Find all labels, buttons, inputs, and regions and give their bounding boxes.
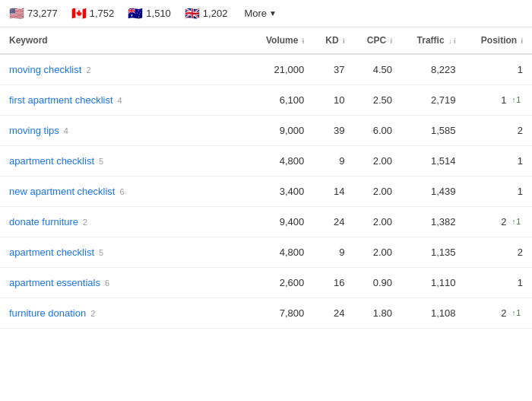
us-count: 73,277 [27,8,58,19]
traffic-cell: 1,108 [401,298,464,329]
cpc-cell: 4.50 [353,54,401,85]
cpc-sort-icon: i [391,37,393,45]
kd-cell: 39 [313,116,353,146]
cpc-cell: 1.80 [353,298,401,329]
keyword-number: 6 [119,187,124,196]
position-value: 1 [518,186,523,197]
table-row: moving checklist221,000374.508,2231 [0,54,532,85]
position-column-header[interactable]: Position i [464,27,532,54]
keyword-link[interactable]: first apartment checklist [9,94,113,106]
kd-cell: 9 [313,146,353,177]
flag-item-gb: 🇬🇧 1,202 [185,6,228,21]
kd-cell: 14 [313,177,353,207]
keyword-link[interactable]: apartment essentials [9,277,100,288]
au-count: 1,510 [146,8,171,19]
keyword-number: 2 [86,65,90,75]
traffic-column-header[interactable]: Traffic ↓ i [401,27,464,54]
volume-cell: 9,400 [251,207,314,237]
cpc-cell: 2.00 [353,177,401,207]
keyword-link[interactable]: moving checklist [9,64,81,75]
flag-item-us: 🇺🇸 73,277 [9,6,58,21]
kd-cell: 16 [313,268,353,298]
table-row: donate furniture29,400242.001,38221 [0,207,532,237]
volume-cell: 4,800 [251,146,314,177]
kd-sort-icon: i [343,37,345,45]
keyword-column-header: Keyword [0,27,251,54]
keywords-table: Keyword Volume i KD i CPC i Traffic ↓ i … [0,27,532,329]
au-flag-icon: 🇦🇺 [128,6,143,21]
keyword-cell: moving checklist2 [0,54,251,85]
table-row: apartment checklist54,80092.001,1352 [0,237,532,268]
position-change-up: 1 [509,95,523,105]
keyword-number: 5 [99,248,103,257]
cpc-cell: 0.90 [353,268,401,298]
keyword-cell: new apartment checklist6 [0,177,251,207]
chevron-down-icon: ▼ [269,9,277,18]
keyword-link[interactable]: apartment checklist [9,155,94,167]
keyword-cell: furniture donation2 [0,298,251,329]
keyword-cell: moving tips4 [0,116,251,146]
more-button[interactable]: More ▼ [244,8,277,19]
kd-cell: 37 [313,54,353,85]
volume-cell: 6,100 [251,85,314,116]
kd-column-header[interactable]: KD i [313,27,353,54]
keyword-number: 2 [83,218,87,227]
position-value: 1 [518,277,523,288]
top-bar: 🇺🇸 73,277 🇨🇦 1,752 🇦🇺 1,510 🇬🇧 1,202 Mor… [0,0,532,27]
volume-sort-icon: i [302,37,305,45]
volume-cell: 7,800 [251,298,314,329]
volume-column-header[interactable]: Volume i [251,27,314,54]
us-flag-icon: 🇺🇸 [9,6,24,21]
cpc-cell: 2.00 [353,207,401,237]
keyword-number: 4 [64,126,68,135]
keyword-link[interactable]: donate furniture [9,216,78,228]
kd-cell: 10 [313,85,353,116]
keyword-link[interactable]: furniture donation [9,307,86,319]
cpc-cell: 6.00 [353,116,401,146]
table-row: moving tips49,000396.001,5852 [0,116,532,146]
table-row: first apartment checklist46,100102.502,7… [0,85,532,116]
position-cell: 21 [464,298,532,329]
cpc-column-header[interactable]: CPC i [353,27,401,54]
volume-cell: 21,000 [251,54,314,85]
position-sort-icon: i [521,37,523,45]
keyword-link[interactable]: moving tips [9,125,59,136]
flag-item-au: 🇦🇺 1,510 [128,6,171,21]
traffic-cell: 2,719 [401,85,464,116]
keyword-number: 5 [99,157,103,166]
position-change-up: 1 [509,217,523,227]
volume-cell: 3,400 [251,177,314,207]
position-cell: 11 [464,85,532,116]
keyword-link[interactable]: apartment checklist [9,247,94,258]
cpc-cell: 2.00 [353,146,401,177]
keyword-number: 4 [118,96,122,105]
position-cell: 1 [464,268,532,298]
cpc-cell: 2.50 [353,85,401,116]
flag-item-ca: 🇨🇦 1,752 [71,6,115,21]
table-row: apartment checklist54,80092.001,5141 [0,146,532,177]
traffic-cell: 1,382 [401,207,464,237]
gb-count: 1,202 [203,8,228,19]
traffic-cell: 1,110 [401,268,464,298]
keyword-cell: donate furniture2 [0,207,251,237]
position-cell: 1 [464,177,532,207]
table-row: apartment essentials62,600160.901,1101 [0,268,532,298]
position-value: 2 [501,216,506,228]
position-cell: 2 [464,116,532,146]
traffic-cell: 1,585 [401,116,464,146]
traffic-cell: 1,439 [401,177,464,207]
position-value: 1 [518,155,523,167]
kd-cell: 24 [313,298,353,329]
traffic-cell: 8,223 [401,54,464,85]
keyword-number: 2 [90,309,95,318]
keyword-cell: apartment checklist5 [0,237,251,268]
keyword-cell: apartment essentials6 [0,268,251,298]
kd-cell: 24 [313,207,353,237]
position-value: 2 [518,247,523,258]
table-row: furniture donation27,800241.801,10821 [0,298,532,329]
position-value: 2 [501,307,506,319]
volume-cell: 2,600 [251,268,314,298]
keyword-link[interactable]: new apartment checklist [9,186,115,197]
position-cell: 1 [464,146,532,177]
table-row: new apartment checklist63,400142.001,439… [0,177,532,207]
